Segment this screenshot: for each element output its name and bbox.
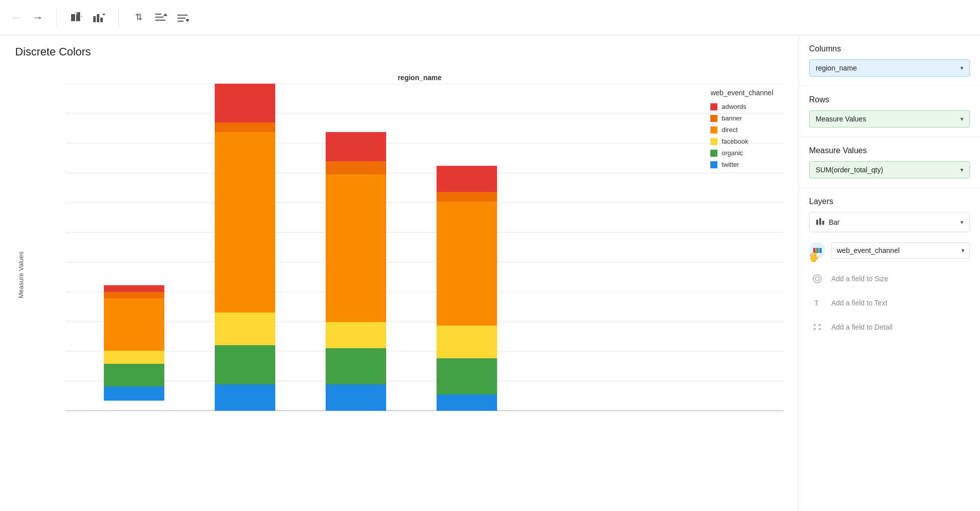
svg-rect-58	[326, 174, 386, 322]
layer-field-dropdown[interactable]: web_event_channel ▾	[831, 242, 970, 259]
svg-rect-46	[104, 285, 164, 292]
measure-values-dropdown[interactable]: SUM(order_total_qty) ▾	[809, 161, 970, 178]
legend-item-facebook: facebook	[710, 138, 773, 145]
legend-item-twitter: twitter	[710, 161, 773, 168]
svg-rect-42	[104, 364, 164, 387]
svg-rect-62	[437, 395, 497, 411]
svg-rect-71	[822, 221, 824, 225]
svg-rect-51	[215, 132, 275, 312]
rows-title: Rows	[809, 95, 970, 104]
toolbar: ← → + ⇅	[0, 0, 980, 35]
legend-label-twitter: twitter	[721, 161, 739, 168]
add-detail-row[interactable]: Add a field to Detail	[809, 315, 970, 339]
svg-rect-55	[326, 385, 386, 411]
bar-type-dropdown[interactable]: Bar ▾	[809, 212, 970, 232]
svg-rect-48	[215, 385, 275, 411]
svg-rect-43	[104, 351, 164, 364]
bar-chart-icon	[816, 217, 825, 228]
legend-item-direct: direct	[710, 126, 773, 134]
svg-rect-56	[326, 348, 386, 385]
detail-icon	[809, 319, 825, 335]
layer-field-arrow-icon: ▾	[961, 247, 964, 254]
svg-text:T: T	[814, 299, 819, 307]
svg-rect-65	[437, 202, 497, 326]
columns-title: Columns	[809, 44, 970, 53]
svg-rect-5	[97, 14, 99, 22]
svg-rect-4	[93, 16, 96, 22]
svg-point-79	[819, 324, 821, 326]
legend-item-organic: organic	[710, 149, 773, 157]
add-text-row[interactable]: T Add a field to Text	[809, 291, 970, 315]
svg-rect-49	[215, 345, 275, 385]
sort-tools: ⇅	[129, 8, 193, 27]
add-detail-label: Add a field to Detail	[831, 323, 892, 331]
columns-arrow-icon: ▾	[960, 65, 963, 72]
back-button[interactable]: ←	[8, 8, 25, 27]
chart-type-button[interactable]	[89, 8, 108, 27]
sort-asc-button[interactable]	[151, 8, 170, 27]
layer-color-row[interactable]: 🖐 web_event_channel ▾	[809, 238, 970, 263]
svg-marker-16	[186, 19, 190, 22]
facebook-color	[710, 138, 717, 145]
nav-buttons: ← →	[8, 8, 46, 27]
svg-text:+: +	[75, 11, 78, 16]
svg-rect-41	[104, 387, 164, 401]
svg-rect-67	[437, 166, 497, 192]
layers-title: Layers	[809, 197, 970, 206]
forward-button[interactable]: →	[29, 8, 46, 27]
legend: web_event_channel adwords banner direct	[710, 89, 773, 172]
y-axis-label: Measure Values	[15, 69, 25, 482]
legend-title: web_event_channel	[710, 89, 773, 97]
organic-color	[710, 150, 717, 157]
chart-plot: region_name	[26, 69, 783, 482]
x-axis-title: region_name	[56, 74, 783, 82]
measure-values-value: SUM(order_total_qty)	[816, 166, 883, 174]
sort-fields-button[interactable]: ⇅	[129, 8, 148, 27]
chart-title: Discrete Colors	[15, 45, 783, 58]
main-content: Discrete Colors Measure Values region_na…	[0, 35, 980, 511]
add-size-row[interactable]: Add a field to Size	[809, 267, 970, 291]
svg-rect-70	[819, 218, 821, 225]
columns-section: Columns region_name ▾	[799, 35, 980, 86]
rows-dropdown[interactable]: Measure Values ▾	[809, 110, 970, 127]
chart-area: Discrete Colors Measure Values region_na…	[0, 35, 799, 511]
color-layer-icon: 🖐	[809, 242, 825, 259]
layer-field-value: web_event_channel	[837, 246, 900, 254]
add-chart-button[interactable]: +	[67, 8, 86, 27]
legend-label-facebook: facebook	[721, 138, 748, 145]
toolbar-separator-1	[56, 9, 57, 27]
measure-values-title: Measure Values	[809, 146, 970, 155]
svg-rect-57	[326, 322, 386, 348]
twitter-color	[710, 161, 717, 168]
add-text-label: Add a field to Text	[831, 299, 887, 307]
svg-marker-12	[163, 13, 167, 16]
svg-point-76	[815, 277, 819, 281]
svg-rect-59	[326, 161, 386, 174]
columns-dropdown[interactable]: region_name ▾	[809, 59, 970, 77]
rows-section: Rows Measure Values ▾	[799, 86, 980, 137]
text-icon: T	[809, 295, 825, 311]
svg-rect-2	[81, 16, 82, 17]
rows-arrow-icon: ▾	[960, 115, 963, 122]
legend-item-banner: banner	[710, 114, 773, 122]
size-icon	[809, 271, 825, 287]
layers-section: Layers Bar ▾	[799, 188, 980, 348]
svg-rect-52	[215, 122, 275, 132]
rows-value: Measure Values	[816, 115, 866, 123]
svg-rect-45	[104, 292, 164, 298]
sort-desc-button[interactable]	[173, 8, 193, 27]
svg-rect-63	[437, 358, 497, 395]
svg-rect-60	[326, 132, 386, 161]
toolbar-separator-2	[118, 9, 119, 27]
add-size-label: Add a field to Size	[831, 275, 888, 283]
svg-rect-50	[215, 312, 275, 345]
svg-rect-66	[437, 192, 497, 202]
legend-label-direct: direct	[721, 126, 738, 134]
chart-inner: region_name	[26, 69, 783, 482]
legend-label-adwords: adwords	[721, 103, 746, 110]
adwords-color	[710, 103, 717, 110]
banner-color	[710, 115, 717, 122]
columns-value: region_name	[816, 64, 857, 72]
svg-point-78	[814, 324, 816, 326]
svg-rect-69	[816, 220, 818, 225]
